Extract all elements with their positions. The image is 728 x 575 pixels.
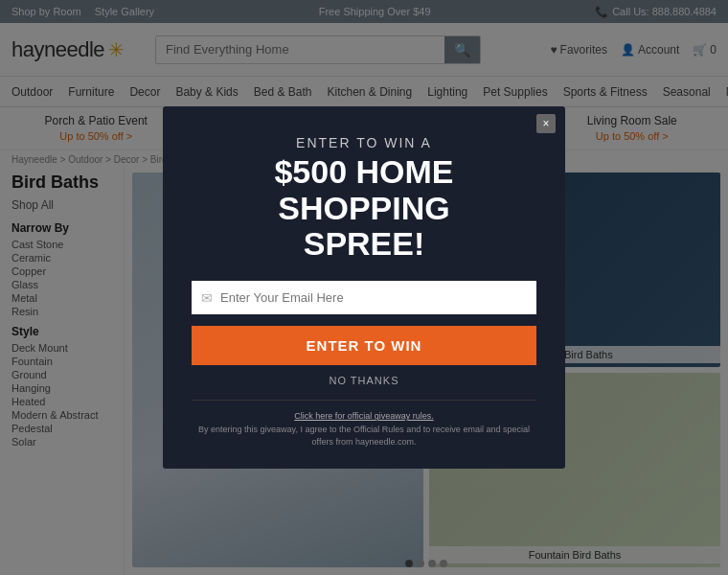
modal-subtitle: ENTER TO WIN A bbox=[192, 135, 536, 150]
fine-print-text: By entering this giveaway, I agree to th… bbox=[198, 425, 530, 448]
modal-title: $500 HOMESHOPPINGSPREE! bbox=[192, 154, 536, 262]
modal-close-button[interactable]: × bbox=[536, 114, 556, 133]
enter-to-win-button[interactable]: ENTER TO WIN bbox=[192, 326, 536, 365]
modal-fine-print: Click here for official giveaway rules. … bbox=[192, 400, 536, 449]
email-icon: ✉ bbox=[201, 290, 213, 306]
modal: × ENTER TO WIN A $500 HOMESHOPPINGSPREE!… bbox=[163, 106, 565, 469]
email-row: ✉ bbox=[192, 281, 536, 314]
email-input[interactable] bbox=[220, 281, 527, 314]
modal-overlay[interactable]: × ENTER TO WIN A $500 HOMESHOPPINGSPREE!… bbox=[0, 0, 728, 575]
no-thanks-link[interactable]: NO THANKS bbox=[192, 375, 536, 386]
giveaway-rules-link[interactable]: Click here for official giveaway rules. bbox=[294, 411, 433, 421]
